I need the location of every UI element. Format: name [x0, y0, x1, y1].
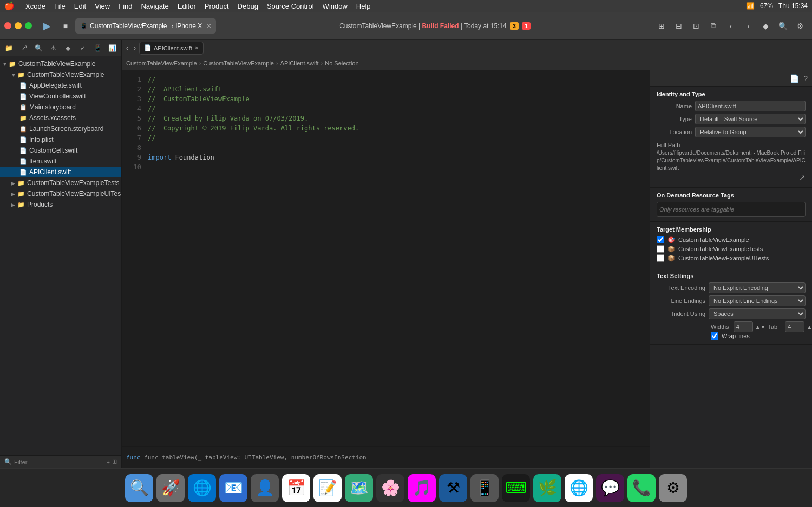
menu-product[interactable]: Product — [205, 2, 229, 10]
forward-nav-btn[interactable]: › — [132, 44, 138, 52]
minimize-button[interactable] — [15, 22, 22, 29]
find-icon[interactable]: 🔍 — [32, 42, 45, 54]
dock-xcode[interactable]: ⚒ — [439, 474, 467, 502]
dock-reminders[interactable]: 📝 — [313, 474, 342, 502]
sidebar-item-viewcontroller[interactable]: 📄 ViewController.swift — [0, 91, 121, 102]
dock-contacts[interactable]: 👤 — [251, 474, 279, 502]
dock-launchpad[interactable]: 🚀 — [156, 474, 185, 502]
help-icon[interactable]: ? — [803, 74, 808, 83]
indent-using-select[interactable]: Spaces — [709, 308, 806, 319]
sidebar-item-launchscreen[interactable]: 📋 LaunchScreen.storyboard — [0, 123, 121, 134]
dock-finder[interactable]: 🔍 — [125, 474, 153, 502]
sidebar-item-mainstoryboard[interactable]: 📋 Main.storyboard — [0, 102, 121, 113]
dock-terminal[interactable]: ⌨ — [502, 474, 530, 502]
target-check-1[interactable] — [657, 236, 664, 243]
code-content[interactable]: // // APIClient.swift // CustomTableView… — [143, 70, 650, 446]
source-control-icon[interactable]: ⎇ — [17, 42, 30, 54]
indent-width-input[interactable] — [785, 321, 804, 332]
dock-itunes[interactable]: 🎵 — [408, 474, 436, 502]
sidebar-item-infoplist[interactable]: 📄 Info.plist — [0, 134, 121, 145]
breakpoint-icon[interactable]: ◆ — [61, 42, 75, 54]
menu-edit[interactable]: Edit — [74, 2, 86, 10]
sidebar-item-products[interactable]: ▶ 📁 Products — [0, 199, 121, 210]
menu-help[interactable]: Help — [356, 2, 371, 10]
indent-stepper[interactable]: ▲▼ — [807, 324, 812, 330]
add-icon[interactable]: + — [107, 459, 110, 465]
folder-icon[interactable]: 📁 — [2, 42, 16, 54]
name-input[interactable] — [695, 101, 806, 111]
menu-find[interactable]: Find — [119, 2, 132, 10]
text-encoding-select[interactable]: No Explicit Encoding — [709, 282, 806, 293]
scheme-selector[interactable]: 📱 CustomTableViewExample › iPhone X ✕ — [75, 18, 216, 34]
code-editor[interactable]: 1 2 3 4 5 6 7 8 9 10 // // APIClient.swi… — [122, 70, 650, 446]
sidebar-item-uitests[interactable]: ▶ 📁 CustomTableViewExampleUITests — [0, 188, 121, 199]
type-select[interactable]: Default - Swift Source — [695, 114, 806, 124]
sidebar-item-apiclient[interactable]: 📄 APIClient.swift — [0, 167, 121, 177]
dock-chrome[interactable]: 🌐 — [565, 474, 593, 502]
settings-btn[interactable]: ⚙ — [793, 18, 808, 34]
target-check-2[interactable] — [657, 245, 664, 253]
tab-close-icon[interactable]: ✕ — [194, 45, 199, 51]
close-button[interactable] — [4, 22, 11, 29]
grid-icon[interactable]: ⊞ — [112, 458, 117, 465]
line-endings-select[interactable]: No Explicit Line Endings — [709, 295, 806, 306]
stop-button[interactable]: ■ — [58, 18, 73, 34]
menu-navigate[interactable]: Navigate — [141, 2, 168, 10]
inspector-toggle[interactable]: ⊡ — [689, 18, 704, 34]
split-editor[interactable]: ⧉ — [706, 18, 721, 34]
target-check-3[interactable] — [657, 254, 664, 262]
tab-width-input[interactable] — [734, 321, 753, 332]
forward-btn[interactable]: › — [741, 18, 756, 34]
breadcrumb-selection[interactable]: No Selection — [325, 60, 358, 67]
report-icon[interactable]: 📊 — [106, 42, 119, 54]
menu-view[interactable]: View — [95, 2, 110, 10]
back-btn[interactable]: ‹ — [723, 18, 738, 34]
menu-xcode[interactable]: Xcode — [25, 2, 45, 10]
dock-systempref[interactable]: ⚙ — [659, 474, 687, 502]
stepper-up[interactable]: ▲▼ — [755, 324, 766, 330]
dock-maps[interactable]: 🗺️ — [345, 474, 373, 502]
apple-menu[interactable]: 🍎 — [4, 1, 15, 11]
dock-photos[interactable]: 🌸 — [376, 474, 404, 502]
dock-sourcetree[interactable]: 🌿 — [533, 474, 561, 502]
menu-file[interactable]: File — [54, 2, 66, 10]
close-tab-icon[interactable]: ✕ — [206, 22, 212, 30]
menu-source-control[interactable]: Source Control — [267, 2, 314, 10]
file-tab-apiclient[interactable]: 📄 APIClient.swift ✕ — [139, 42, 204, 55]
breadcrumb-file[interactable]: APIClient.swift — [280, 60, 319, 67]
sidebar-root[interactable]: ▼ 📁 CustomTableViewExample — [0, 58, 121, 69]
code-line-10 — [148, 162, 645, 172]
wrap-lines-check[interactable] — [711, 332, 718, 340]
sidebar-project[interactable]: ▼ 📁 CustomTableViewExample — [0, 69, 121, 80]
back-nav-btn[interactable]: ‹ — [124, 44, 130, 52]
sidebar-item-appdelegate[interactable]: 📄 AppDelegate.swift — [0, 80, 121, 91]
dock-whatsapp[interactable]: 📞 — [627, 474, 656, 502]
dock-slack[interactable]: 💬 — [596, 474, 624, 502]
warning-icon[interactable]: ⚠ — [47, 42, 60, 54]
run-button[interactable]: ▶ — [38, 18, 56, 34]
breakpoints-btn[interactable]: ◆ — [758, 18, 773, 34]
navigator-toggle[interactable]: ⊞ — [654, 18, 669, 34]
sidebar-item-customcell[interactable]: 📄 CustomCell.swift — [0, 145, 121, 156]
breadcrumb-folder[interactable]: CustomTableViewExample — [203, 60, 274, 67]
test-icon[interactable]: ✓ — [76, 42, 89, 54]
menu-editor[interactable]: Editor — [178, 2, 196, 10]
sidebar-item-item[interactable]: 📄 Item.swift — [0, 156, 121, 167]
debug-toggle[interactable]: ⊟ — [671, 18, 686, 34]
file-inspector-icon[interactable]: 📄 — [790, 74, 799, 83]
dock-calendar[interactable]: 📅 — [282, 474, 310, 502]
menu-debug[interactable]: Debug — [238, 2, 258, 10]
dock-mail[interactable]: 📧 — [219, 474, 247, 502]
location-select[interactable]: Relative to Group — [695, 127, 806, 137]
breadcrumb-project[interactable]: CustomTableViewExample — [126, 60, 197, 67]
sidebar-item-assets[interactable]: 📁 Assets.xcassets — [0, 113, 121, 123]
device-icon[interactable]: 📱 — [91, 42, 104, 54]
on-demand-input[interactable] — [657, 202, 806, 217]
dock-safari[interactable]: 🌐 — [188, 474, 216, 502]
dock-simulator[interactable]: 📱 — [470, 474, 499, 502]
sidebar-item-tests[interactable]: ▶ 📁 CustomTableViewExampleTests — [0, 177, 121, 188]
reveal-in-finder-icon[interactable]: ↗ — [799, 173, 806, 182]
menu-window[interactable]: Window — [323, 2, 348, 10]
search-btn[interactable]: 🔍 — [775, 18, 790, 34]
maximize-button[interactable] — [25, 22, 32, 29]
